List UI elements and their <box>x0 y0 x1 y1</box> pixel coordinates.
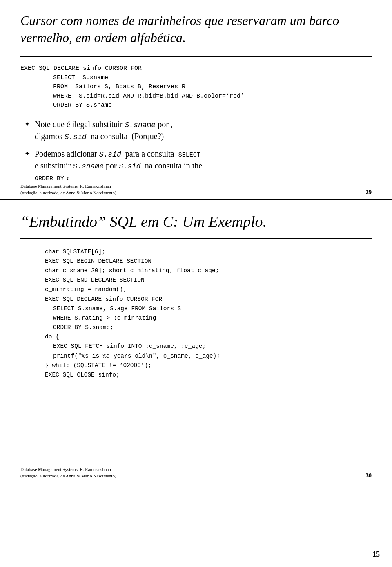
code-line-3: FROM Sailors S, Boats B, Reserves R <box>53 83 185 92</box>
s2-line-2: EXEC SQL BEGIN DECLARE SECTION <box>45 257 372 266</box>
s2-line-1: char SQLSTATE[6]; <box>45 247 372 257</box>
s2-line-7: SELECT S.sname, S.age FROM Sailors S <box>53 304 372 314</box>
slide-1-footer-line2: (tradução, autorizada, de Anna & Mario N… <box>20 190 116 196</box>
s2-line-12: printf("%s is %d years old\n", c_sname, … <box>53 352 372 361</box>
sid-ref-3: S.sid <box>119 162 141 170</box>
sname-ref-1: S.sname <box>125 121 156 129</box>
sid-ref-1: S.sid <box>65 133 87 141</box>
sid-ref-2: S.sid <box>99 150 121 159</box>
s2-line-14: EXEC SQL CLOSE sinfo; <box>45 370 372 380</box>
s2-line-10: do { <box>45 332 372 342</box>
s2-line-8: WHERE S.rating > :c_minrating <box>53 314 372 323</box>
slide-2-footer: Database Management Systems, R. Ramakris… <box>20 466 372 479</box>
slide-1-footer-line1: Database Management Systems, R. Ramakris… <box>20 183 116 189</box>
code-line-2: SELECT S.sname <box>53 74 108 83</box>
slide-1: Cursor com nomes de marinheiros que rese… <box>0 0 392 200</box>
select-keyword: SELECT <box>178 152 200 159</box>
page-number-bottom-right: 15 <box>372 550 380 559</box>
s2-line-9: ORDER BY S.sname; <box>53 323 372 332</box>
code-line-1: EXEC SQL DECLARE sinfo CURSOR FOR <box>20 65 142 72</box>
slide-2-code: char SQLSTATE[6]; EXEC SQL BEGIN DECLARE… <box>45 247 372 380</box>
slide-2: “Embutindo” SQL em C: Um Exemplo. char S… <box>0 200 392 482</box>
bullet-diamond-1: ✦ <box>24 120 30 129</box>
s2-line-11: EXEC SQL FETCH sinfo INTO :c_sname, :c_a… <box>53 342 372 351</box>
s2-line-4: EXEC SQL END DECLARE SECTION <box>45 276 372 285</box>
slide-2-footer-line2: (tradução, autorizada, de Anna & Mario N… <box>20 473 116 479</box>
slide-1-code: EXEC SQL DECLARE sinfo CURSOR FOR SELECT… <box>20 64 372 110</box>
code-line-5: ORDER BY S.sname <box>53 101 112 110</box>
slide-1-footer-text: Database Management Systems, R. Ramakris… <box>20 183 116 196</box>
slide-2-page-number: 30 <box>366 473 372 479</box>
bullet-item-1: ✦ Note que é ilegal substituir S.sname p… <box>24 119 372 142</box>
orderby-ref: ORDER BY <box>35 175 64 182</box>
s2-line-5: c_minrating = random(); <box>45 285 372 294</box>
slide-1-page-number: 29 <box>366 189 372 196</box>
slide-1-title: Cursor com nomes de marinheiros que rese… <box>20 12 372 46</box>
slide-2-divider <box>20 238 372 239</box>
code-line-4: WHERE S.sid=R.sid AND R.bid=B.bid AND B.… <box>53 92 244 101</box>
page: Cursor com nomes de marinheiros que rese… <box>0 0 392 567</box>
sname-ref-2: S.sname <box>73 162 104 170</box>
slide-2-footer-text: Database Management Systems, R. Ramakris… <box>20 466 116 479</box>
bullet-section: ✦ Note que é ilegal substituir S.sname p… <box>24 119 372 184</box>
slide-2-footer-line1: Database Management Systems, R. Ramakris… <box>20 466 116 473</box>
bullet-item-2: ✦ Podemos adicionar S.sid para a consult… <box>24 148 372 183</box>
bullet-text-2: Podemos adicionar S.sid para a consulta … <box>35 148 202 183</box>
slide-2-title: “Embutindo” SQL em C: Um Exemplo. <box>20 213 372 231</box>
slide-1-footer: Database Management Systems, R. Ramakris… <box>20 183 372 196</box>
bullet-text-1: Note que é ilegal substituir S.sname por… <box>35 119 173 142</box>
slide-1-divider <box>20 56 372 57</box>
s2-line-6: EXEC SQL DECLARE sinfo CURSOR FOR <box>45 295 372 304</box>
s2-line-3: char c_sname[20]; short c_minrating; flo… <box>45 266 372 276</box>
bullet-diamond-2: ✦ <box>24 149 30 158</box>
s2-line-13: } while (SQLSTATE != ‘02000’); <box>45 361 372 370</box>
